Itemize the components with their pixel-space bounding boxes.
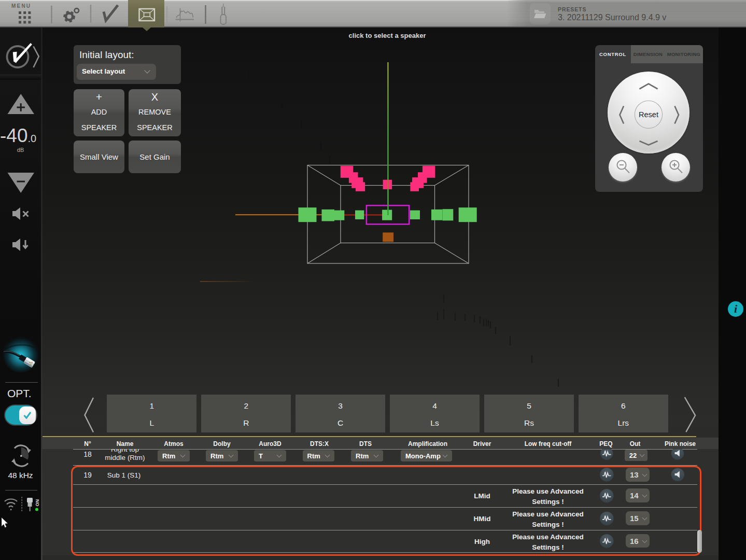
svg-text:ON: ON	[35, 499, 40, 507]
svg-text:Reset: Reset	[639, 110, 658, 119]
